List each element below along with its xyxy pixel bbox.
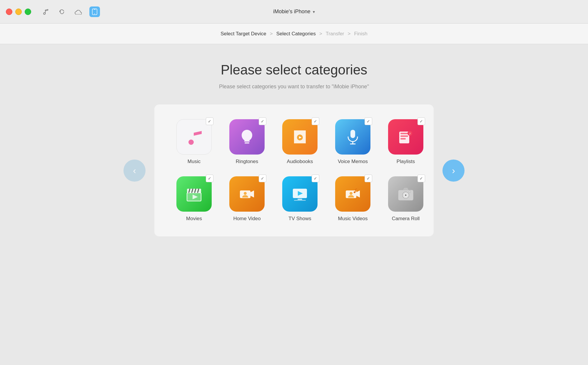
categories-grid: ✓ Music ✓ Ringtones — [154, 104, 434, 236]
tv-shows-checkmark: ✓ — [312, 175, 319, 182]
prev-button[interactable]: ‹ — [123, 160, 146, 182]
breadcrumb-step1: Select Target Device — [220, 31, 266, 37]
svg-rect-28 — [298, 199, 302, 200]
device-name: iMobie's iPhone — [273, 9, 310, 15]
titlebar-icons — [40, 6, 100, 17]
category-music[interactable]: ✓ Music — [172, 119, 216, 165]
minimize-traffic-light[interactable] — [15, 9, 22, 15]
breadcrumb-sep3: > — [348, 31, 351, 37]
device-chevron[interactable]: ▾ — [313, 9, 315, 14]
ringtones-label: Ringtones — [236, 159, 258, 165]
playlists-label: Playlists — [397, 159, 415, 165]
audiobooks-label: Audiobooks — [287, 159, 313, 165]
close-traffic-light[interactable] — [6, 9, 12, 15]
svg-rect-12 — [400, 135, 408, 137]
svg-point-40 — [405, 194, 407, 196]
category-ringtones[interactable]: ✓ Ringtones — [225, 119, 269, 165]
breadcrumb-sep2: > — [319, 31, 322, 37]
voice-memos-icon-wrapper: ✓ — [335, 119, 370, 155]
page-title: Please select categories — [221, 62, 368, 78]
breadcrumb-sep1: > — [270, 31, 273, 37]
camera-roll-icon-wrapper: ✓ — [388, 176, 423, 212]
playlists-checkmark: ✓ — [417, 117, 425, 125]
titlebar-center: iMobie's iPhone ▾ — [273, 9, 315, 15]
category-voice-memos[interactable]: ✓ Voice Memos — [331, 119, 375, 165]
music-icon[interactable] — [40, 6, 51, 17]
traffic-lights — [6, 9, 31, 15]
movies-icon-wrapper: ✓ — [176, 176, 212, 212]
svg-rect-11 — [400, 133, 408, 134]
svg-text:♪: ♪ — [409, 131, 411, 135]
svg-line-36 — [355, 189, 357, 189]
category-movies[interactable]: ✓ Movies — [172, 176, 216, 222]
next-button[interactable]: › — [442, 160, 465, 182]
category-camera-roll[interactable]: ✓ Camera Roll — [384, 176, 428, 222]
breadcrumb-step3: Transfer — [326, 31, 344, 37]
svg-point-41 — [409, 191, 411, 193]
camera-roll-checkmark: ✓ — [417, 175, 425, 182]
category-tv-shows[interactable]: ✓ TV Shows — [278, 176, 322, 222]
camera-roll-label: Camera Roll — [392, 216, 420, 222]
svg-point-33 — [350, 192, 353, 195]
music-icon-wrapper: ✓ — [176, 119, 212, 155]
svg-marker-25 — [250, 190, 254, 198]
music-videos-icon-wrapper: ✓ — [335, 176, 370, 212]
category-music-videos[interactable]: ✓ Music Videos — [331, 176, 375, 222]
category-home-video[interactable]: ✓ Home Video — [225, 176, 269, 222]
breadcrumb-step2: Select Categories — [276, 31, 316, 37]
music-label: Music — [188, 159, 201, 165]
titlebar: iMobie's iPhone ▾ — [0, 0, 588, 24]
svg-point-26 — [244, 192, 247, 195]
main-content: Please select categories Please select c… — [0, 44, 588, 365]
playlists-icon-wrapper: ♪ ✓ — [388, 119, 423, 155]
page-subtitle: Please select categories you want to tra… — [219, 84, 369, 90]
home-video-label: Home Video — [233, 216, 260, 222]
maximize-traffic-light[interactable] — [25, 9, 31, 15]
svg-rect-29 — [294, 200, 306, 201]
prev-icon: ‹ — [133, 165, 136, 176]
svg-point-2 — [94, 13, 95, 14]
cloud-icon[interactable] — [73, 6, 83, 17]
tv-shows-icon-wrapper: ✓ — [282, 176, 318, 212]
svg-point-3 — [188, 140, 194, 145]
svg-rect-7 — [350, 130, 355, 138]
audiobooks-checkmark: ✓ — [312, 117, 319, 125]
breadcrumb-bar: ✕ Select Target Device > Select Categori… — [0, 24, 588, 44]
category-audiobooks[interactable]: ✓ Audiobooks — [278, 119, 322, 165]
svg-marker-32 — [356, 190, 360, 198]
svg-rect-4 — [245, 142, 249, 144]
home-video-checkmark: ✓ — [259, 175, 266, 182]
tv-shows-label: TV Shows — [288, 216, 311, 222]
movies-label: Movies — [186, 216, 202, 222]
phone-icon[interactable] — [89, 6, 100, 17]
audiobooks-icon-wrapper: ✓ — [282, 119, 318, 155]
home-video-icon-wrapper: ✓ — [229, 176, 265, 212]
next-icon: › — [452, 165, 455, 176]
voice-memos-label: Voice Memos — [338, 159, 368, 165]
ringtones-checkmark: ✓ — [259, 117, 266, 125]
voice-memos-checkmark: ✓ — [365, 117, 372, 125]
breadcrumb-step4: Finish — [354, 31, 367, 37]
music-videos-label: Music Videos — [338, 216, 368, 222]
svg-rect-13 — [400, 138, 406, 140]
svg-point-0 — [44, 13, 45, 14]
music-checkmark: ✓ — [206, 117, 213, 125]
ringtones-icon-wrapper: ✓ — [229, 119, 265, 155]
movies-checkmark: ✓ — [206, 175, 213, 182]
refresh-icon[interactable] — [56, 6, 67, 17]
grid-wrapper: ‹ ✓ Music — [123, 104, 465, 236]
category-playlists[interactable]: ♪ ✓ Playlists — [384, 119, 428, 165]
music-videos-checkmark: ✓ — [365, 175, 372, 182]
